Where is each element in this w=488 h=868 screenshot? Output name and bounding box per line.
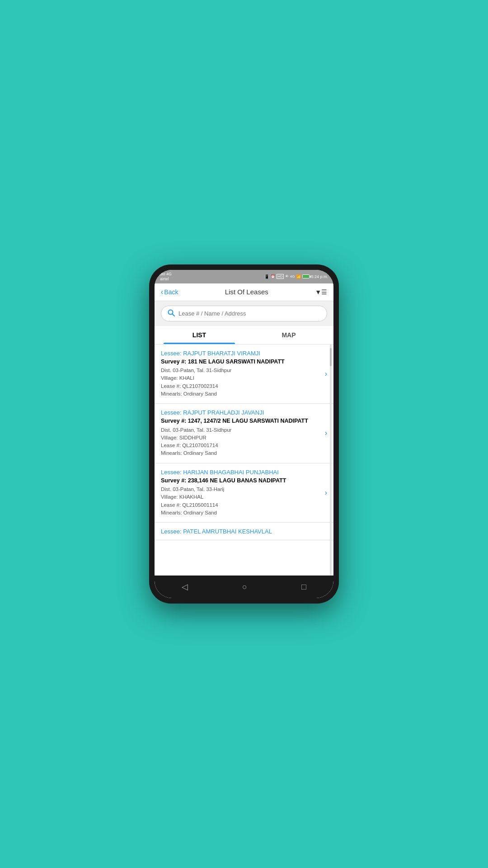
nav-home-button[interactable]: ○ — [235, 580, 254, 594]
header-actions: ▼☰ — [315, 288, 327, 296]
minerals-info: Minearls: Ordinary Sand — [161, 509, 327, 517]
tab-list-label: LIST — [192, 331, 206, 339]
back-label: Back — [164, 288, 178, 296]
survey-info: Survey #: 181 NE LAGU SARSWATI NADIPATT — [161, 358, 327, 366]
survey-info: Survey #: 1247, 1247/2 NE LAGU SARSWATI … — [161, 417, 327, 425]
chevron-right-icon: › — [325, 489, 327, 497]
village-info: Village: KHAKHAL — [161, 493, 327, 501]
minerals-info: Minearls: Ordinary Sand — [161, 390, 327, 398]
app-header: ‹ Back List Of Leases ▼☰ — [155, 283, 333, 301]
vibrate-icon: 📳 — [264, 274, 269, 279]
list-item[interactable]: Lessee: PATEL AMRUTBHAI KESHAVLAL — [155, 523, 333, 540]
carrier-info: Jio 4G airtel — [160, 272, 172, 282]
lessee-name: Lessee: PATEL AMRUTBHAI KESHAVLAL — [161, 528, 327, 535]
tab-list[interactable]: LIST — [155, 326, 244, 344]
nav-recent-button[interactable]: □ — [294, 580, 314, 594]
lease-num: Lease #: QL2107002314 — [161, 382, 327, 390]
back-button[interactable]: ‹ Back — [161, 288, 178, 296]
carrier1-label: Jio 4G — [160, 272, 172, 277]
nav-back-button[interactable]: ◁ — [174, 580, 195, 594]
back-chevron-icon: ‹ — [161, 288, 163, 296]
tab-map-label: MAP — [282, 331, 296, 339]
village-info: Village: SIDDHPUR — [161, 434, 327, 442]
chevron-right-icon: › — [325, 370, 327, 378]
tab-map[interactable]: MAP — [244, 326, 333, 344]
signal-icon: 📶 — [296, 274, 301, 279]
status-icons: 📳 ⏰ HD 👁 4G 📶 5:24 p.m. — [264, 274, 328, 279]
lessee-name: Lessee: RAJPUT PRAHLADJI JAVANJI — [161, 409, 327, 416]
bottom-nav: ◁ ○ □ — [155, 576, 333, 598]
carrier2-label: airtel — [160, 277, 172, 282]
status-bar: Jio 4G airtel 📳 ⏰ HD 👁 4G 📶 5:24 p.m. — [155, 270, 333, 283]
time-label: 5:24 p.m. — [311, 274, 328, 279]
scrollbar-thumb[interactable] — [330, 348, 332, 366]
lease-num: Lease #: QL2105001114 — [161, 501, 327, 509]
alarm-icon: ⏰ — [271, 274, 275, 278]
scrollbar-track — [330, 344, 332, 576]
lease-num: Lease #: QL2107001714 — [161, 442, 327, 449]
battery-icon — [302, 274, 310, 278]
4g-icon: 4G — [290, 274, 295, 278]
lessee-name: Lessee: HARIJAN BHAGABHAI PUNJABHAI — [161, 469, 327, 476]
search-input[interactable] — [178, 310, 320, 317]
tabs-container: LIST MAP — [155, 326, 333, 344]
lease-list: Lessee: RAJPUT BHARATJI VIRAMJI Survey #… — [155, 344, 333, 576]
eye-icon: 👁 — [285, 274, 289, 278]
list-item[interactable]: Lessee: HARIJAN BHAGABHAI PUNJABHAI Surv… — [155, 463, 333, 523]
minerals-info: Minearls: Ordinary Sand — [161, 449, 327, 457]
filter-icon[interactable]: ▼☰ — [315, 288, 327, 296]
list-item[interactable]: Lessee: RAJPUT BHARATJI VIRAMJI Survey #… — [155, 344, 333, 404]
page-title: List Of Leases — [178, 288, 315, 296]
lessee-name: Lessee: RAJPUT BHARATJI VIRAMJI — [161, 350, 327, 357]
hd-icon: HD — [277, 274, 284, 279]
search-container — [155, 301, 333, 326]
chevron-right-icon: › — [325, 429, 327, 437]
search-box — [161, 306, 327, 321]
village-info: Village: KHALI — [161, 374, 327, 382]
list-item[interactable]: Lessee: RAJPUT PRAHLADJI JAVANJI Survey … — [155, 404, 333, 463]
dist-info: Dist. 03-Patan, Tal. 31-Sidhpur — [161, 367, 327, 374]
dist-info: Dist. 03-Patan, Tal. 31-Sidhpur — [161, 426, 327, 434]
search-icon — [168, 309, 175, 318]
dist-info: Dist. 03-Patan, Tal. 33-Harij — [161, 486, 327, 493]
survey-info: Survey #: 238,146 NE LAGU BANAS NADIPATT — [161, 477, 327, 485]
svg-line-1 — [173, 314, 175, 316]
